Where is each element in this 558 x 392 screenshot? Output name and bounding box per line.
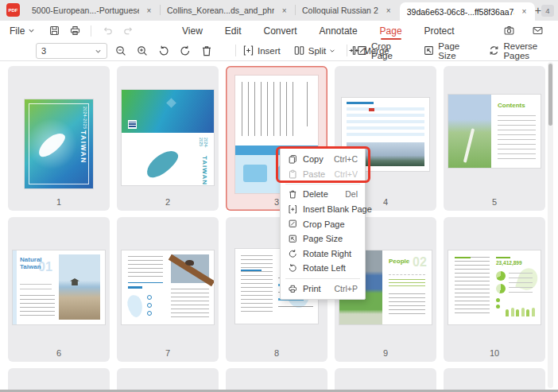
reverse-pages-icon xyxy=(488,45,500,56)
page-cell-partial[interactable] xyxy=(335,368,436,392)
screenshot-camera-icon[interactable] xyxy=(499,23,518,39)
context-menu-item-paste: PasteCtrl+V xyxy=(281,167,365,182)
split-page-button[interactable]: Split xyxy=(293,45,335,56)
reverse-pages-label: Reverse Pages xyxy=(503,41,558,60)
context-menu-item-crop-page[interactable]: Crop Page xyxy=(281,216,365,231)
coast-photo xyxy=(59,254,100,320)
page-cell-partial[interactable] xyxy=(8,368,110,392)
tab-close-icon[interactable]: × xyxy=(281,6,288,15)
redo-button[interactable] xyxy=(118,23,138,39)
scrollbar-thumb[interactable] xyxy=(548,64,552,126)
paste-icon xyxy=(287,169,298,180)
check-bullet xyxy=(496,298,500,302)
menu-tab-convert[interactable]: Convert xyxy=(262,21,297,41)
divider xyxy=(347,45,347,56)
menu-item-shortcut: Ctrl+V xyxy=(335,169,358,179)
rotate-right-button[interactable] xyxy=(176,42,194,60)
population-stat: 23,412,899 xyxy=(496,260,522,266)
title-bar: PDF 5000-European...-Portuguese *×Collin… xyxy=(0,0,558,21)
green-heading-bar xyxy=(455,257,471,258)
pie-chart xyxy=(496,284,506,293)
page-number-combobox[interactable]: 3 xyxy=(36,43,107,59)
tab-close-icon[interactable]: × xyxy=(145,6,153,15)
page-1-thumbnail: 2024-2025 TAIWAN xyxy=(25,99,93,188)
context-menu-item-print[interactable]: PrintCtrl+P xyxy=(281,281,365,297)
taiwan-outline xyxy=(126,293,144,318)
banner-gradient xyxy=(122,90,214,133)
page-cell-partial[interactable] xyxy=(117,368,219,392)
rotated-text-line xyxy=(307,82,308,126)
menu-tab-protect[interactable]: Protect xyxy=(424,21,455,41)
document-tab-1[interactable]: 5000-European...-Portuguese *× xyxy=(25,0,160,21)
winding-road xyxy=(463,128,475,163)
page-cell-partial[interactable] xyxy=(226,368,327,392)
green-text-lines xyxy=(389,279,425,289)
rotated-text-lines xyxy=(242,82,294,136)
tab-close-icon[interactable]: × xyxy=(521,7,528,16)
page-cell-6[interactable]: 01 Natural Taiwan 6 xyxy=(8,217,110,362)
context-menu-item-delete[interactable]: DeleteDel xyxy=(281,187,365,202)
chevron-down-icon xyxy=(28,27,35,34)
menu-item-label: Page Size xyxy=(303,234,351,243)
context-menu-item-rotate-right[interactable]: Rotate Right xyxy=(281,246,365,262)
page-cell-2[interactable]: 2024-2025 TAIWAN 2 xyxy=(117,66,219,211)
document-tab-3[interactable]: Colloquial Russian 2× xyxy=(295,0,400,21)
menu-tab-view[interactable]: View xyxy=(181,21,203,41)
notification-count-badge[interactable]: 4 xyxy=(541,5,554,17)
divider xyxy=(91,25,91,37)
crop-icon xyxy=(356,45,368,56)
insert-page-button[interactable]: Insert xyxy=(242,45,281,56)
rotate-left-button[interactable] xyxy=(155,42,172,60)
context-menu-item-rotate-left[interactable]: Rotate Left xyxy=(281,261,365,276)
menu-item-label: Crop Page xyxy=(303,219,351,229)
body-text-lines xyxy=(455,257,490,314)
undo-button[interactable] xyxy=(98,23,117,39)
delete-page-button[interactable] xyxy=(198,42,215,60)
map-blob xyxy=(243,165,267,182)
infographic-icon xyxy=(147,303,152,308)
page-number: 1 xyxy=(8,197,110,207)
people-icons xyxy=(506,308,535,316)
zoom-in-button[interactable] xyxy=(134,42,151,60)
context-menu-item-copy[interactable]: CopyCtrl+C xyxy=(281,152,365,167)
cover-title-text: 2024-2025 TAIWAN xyxy=(79,107,87,164)
main-menu-tabs: ViewEditConvertAnnotatePageProtect xyxy=(181,21,455,41)
context-menu: CopyCtrl+CPasteCtrl+VDeleteDelInsert Bla… xyxy=(280,148,366,300)
pie-chart xyxy=(496,271,506,281)
page-cell-10[interactable]: 23,412,899 10 xyxy=(444,217,545,362)
file-menu-button[interactable]: File xyxy=(10,25,35,37)
mail-icon[interactable] xyxy=(528,23,547,39)
subtitle-lines xyxy=(20,284,52,290)
infographic-icon xyxy=(147,311,152,316)
document-tab-2[interactable]: Collins_Korean...ds_and_phrases× xyxy=(160,0,295,21)
page-cell-partial[interactable] xyxy=(444,368,545,392)
menu-item-label: Delete xyxy=(303,189,339,199)
print-button[interactable] xyxy=(65,23,84,39)
page-cell-5[interactable]: Contents 5 xyxy=(444,66,545,211)
page-cell-7[interactable]: 7 xyxy=(117,217,219,362)
menu-tab-edit[interactable]: Edit xyxy=(224,21,242,41)
new-tab-button[interactable]: + xyxy=(535,0,541,21)
crop-page-button[interactable]: Crop Page xyxy=(356,41,409,60)
context-menu-item-page-size[interactable]: Page Size xyxy=(281,231,365,246)
tab-bar: 5000-European...-Portuguese *×Collins_Ko… xyxy=(25,0,535,21)
crop-page-icon xyxy=(287,219,298,230)
menubar-left-group: File xyxy=(0,23,138,39)
page-cell-1[interactable]: 2024-2025 TAIWAN 1 xyxy=(8,66,110,211)
chapter-number: 02 xyxy=(413,255,427,270)
page-number: 2 xyxy=(117,197,219,207)
document-tab-4[interactable]: 39da6e63-06c8-...ff58f36aa7ad *× xyxy=(400,2,535,21)
zoom-out-button[interactable] xyxy=(112,42,130,60)
tab-close-icon[interactable]: × xyxy=(385,6,393,15)
menu-item-shortcut: Ctrl+P xyxy=(335,284,358,293)
field-photo xyxy=(448,95,491,168)
menu-tab-annotate[interactable]: Annotate xyxy=(319,21,358,41)
menu-tab-page[interactable]: Page xyxy=(379,21,403,41)
body-text-lines xyxy=(171,289,209,319)
context-menu-item-insert-blank-page[interactable]: Insert Blank Page xyxy=(281,202,365,217)
green-heading-bar xyxy=(496,257,510,258)
save-button[interactable] xyxy=(45,23,64,39)
page-10-thumbnail: 23,412,899 xyxy=(448,250,541,324)
reverse-pages-button[interactable]: Reverse Pages xyxy=(488,41,558,60)
page-size-button[interactable]: Page Size xyxy=(423,41,474,60)
